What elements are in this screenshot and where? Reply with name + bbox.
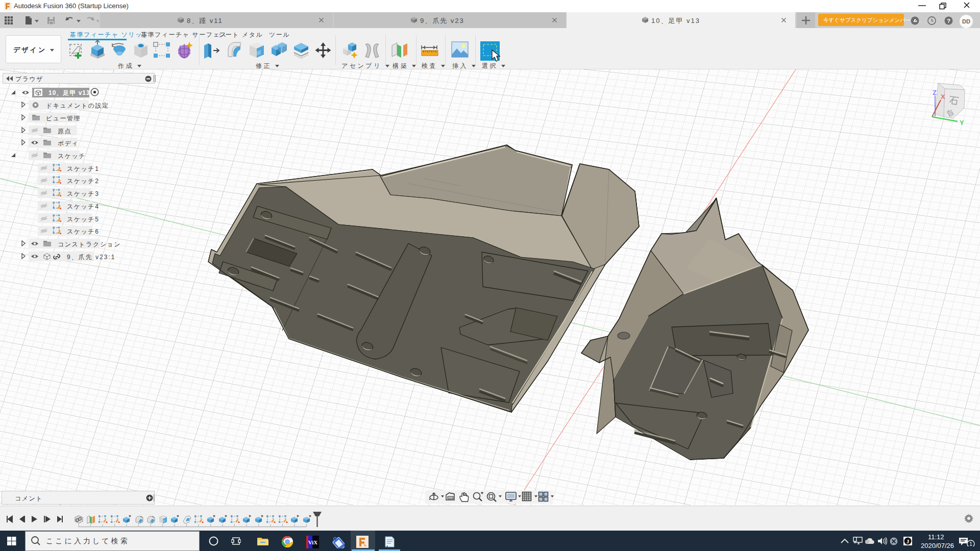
- svg-text:Y: Y: [960, 119, 964, 127]
- svg-text:1: 1: [969, 541, 972, 546]
- svg-text:J: J: [906, 538, 910, 544]
- svg-text:X: X: [941, 93, 945, 101]
- svg-text:Z: Z: [933, 89, 937, 96]
- svg-text:ViX: ViX: [308, 539, 318, 545]
- svg-text:?: ?: [947, 18, 950, 24]
